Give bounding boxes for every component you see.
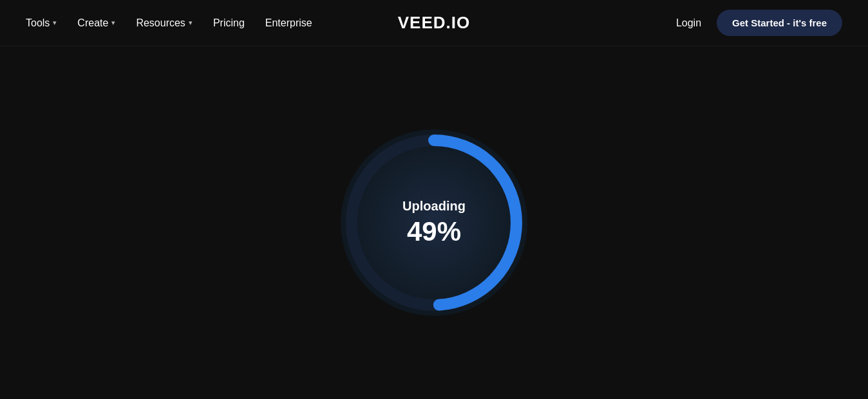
enterprise-label: Enterprise	[265, 17, 312, 29]
progress-text: Uploading 49%	[402, 199, 466, 247]
nav-tools[interactable]: Tools ▾	[26, 17, 57, 29]
upload-progress-container: Uploading 49%	[331, 120, 537, 326]
login-button[interactable]: Login	[676, 17, 701, 29]
create-label: Create	[77, 17, 108, 29]
main-content: Uploading 49%	[0, 46, 868, 399]
nav-enterprise[interactable]: Enterprise	[265, 17, 312, 29]
header: Tools ▾ Create ▾ Resources ▾ Pricing Ent…	[0, 0, 868, 46]
resources-label: Resources	[136, 17, 185, 29]
nav-create[interactable]: Create ▾	[77, 17, 115, 29]
get-started-button[interactable]: Get Started - it's free	[717, 10, 842, 36]
nav-pricing[interactable]: Pricing	[213, 17, 245, 29]
tools-label: Tools	[26, 17, 50, 29]
resources-chevron-icon: ▾	[189, 19, 193, 27]
site-logo[interactable]: VEED.IO	[398, 13, 470, 33]
tools-chevron-icon: ▾	[53, 19, 57, 27]
uploading-label: Uploading	[402, 199, 466, 214]
percentage-label: 49%	[402, 216, 466, 247]
nav-left: Tools ▾ Create ▾ Resources ▾ Pricing Ent…	[26, 17, 312, 29]
create-chevron-icon: ▾	[111, 19, 115, 27]
nav-resources[interactable]: Resources ▾	[136, 17, 192, 29]
pricing-label: Pricing	[213, 17, 245, 29]
nav-right: Login Get Started - it's free	[676, 10, 842, 36]
